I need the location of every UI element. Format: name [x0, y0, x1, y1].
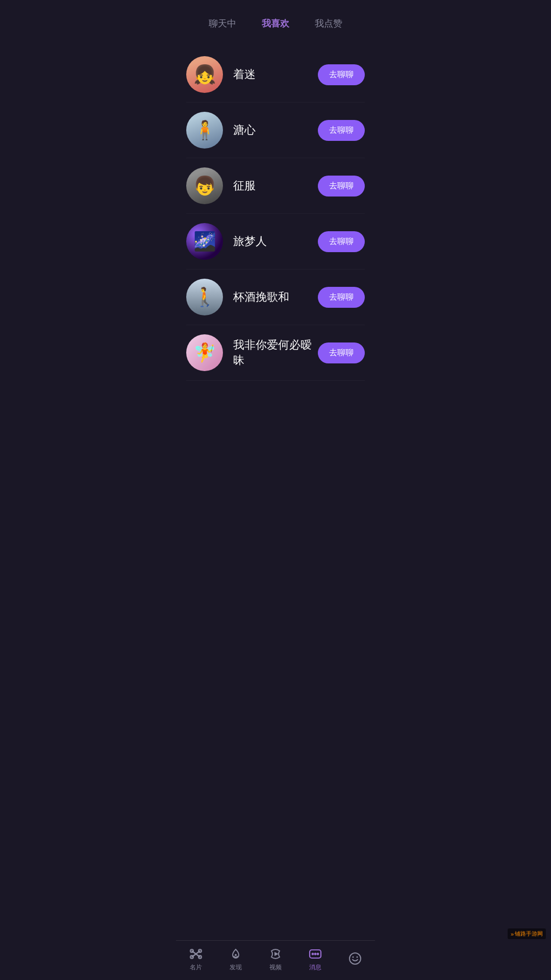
tab-liked[interactable]: 我喜欢 [262, 15, 289, 32]
svg-point-8 [312, 953, 314, 955]
svg-point-9 [314, 953, 316, 955]
avatar: 🧚 [186, 334, 223, 371]
chat-button[interactable]: 去聊聊 [318, 231, 365, 252]
tab-chatting[interactable]: 聊天中 [209, 15, 236, 32]
tabs-container: 聊天中 我喜欢 我点赞 [176, 0, 375, 42]
svg-point-13 [357, 956, 358, 958]
svg-point-10 [317, 953, 319, 955]
nav-label-discover: 发现 [230, 963, 242, 972]
nav-label-message: 消息 [309, 963, 321, 972]
list-item: 👧 着迷 去聊聊 [186, 47, 365, 103]
user-name: 我非你爱何必暧昧 [233, 337, 318, 368]
tab-praised[interactable]: 我点赞 [315, 15, 342, 32]
discover-icon [229, 947, 243, 961]
chat-button[interactable]: 去聊聊 [318, 120, 365, 141]
nav-label-namecard: 名片 [190, 963, 202, 972]
nav-item-namecard[interactable]: 名片 [181, 947, 211, 972]
svg-point-6 [235, 954, 237, 956]
bottom-nav: 名片 发现 视频 消息 [176, 940, 375, 980]
user-name: 杯酒挽歌和 [233, 289, 318, 305]
nav-item-message[interactable]: 消息 [300, 947, 331, 972]
avatar: 👧 [186, 56, 223, 93]
nav-item-smile[interactable] [340, 951, 370, 968]
list-item: 🧚 我非你爱何必暧昧 去聊聊 [186, 325, 365, 381]
chat-button[interactable]: 去聊聊 [318, 342, 365, 363]
namecard-icon [189, 947, 203, 961]
chat-button[interactable]: 去聊聊 [318, 287, 365, 308]
avatar: 🚶 [186, 279, 223, 315]
nav-item-discover[interactable]: 发现 [220, 947, 251, 972]
list-item: 🧍 溏心 去聊聊 [186, 103, 365, 158]
svg-point-12 [353, 956, 354, 958]
message-icon [308, 947, 322, 961]
avatar: 🌌 [186, 223, 223, 260]
user-name: 征服 [233, 178, 318, 193]
list-item: 🌌 旅梦人 去聊聊 [186, 214, 365, 270]
avatar: 👦 [186, 167, 223, 204]
list-item: 🚶 杯酒挽歌和 去聊聊 [186, 270, 365, 325]
user-list: 👧 着迷 去聊聊 🧍 溏心 去聊聊 👦 征服 去聊聊 🌌 旅梦人 去聊聊 🚶 杯… [176, 42, 375, 386]
user-name: 溏心 [233, 122, 318, 138]
smile-icon [348, 951, 362, 966]
nav-item-video[interactable]: 视频 [260, 947, 291, 972]
user-name: 旅梦人 [233, 234, 318, 249]
list-item: 👦 征服 去聊聊 [186, 158, 365, 214]
nav-label-video: 视频 [269, 963, 282, 972]
svg-point-11 [349, 953, 361, 964]
user-name: 着迷 [233, 67, 318, 82]
avatar: 🧍 [186, 112, 223, 149]
video-icon [268, 947, 283, 961]
chat-button[interactable]: 去聊聊 [318, 176, 365, 197]
chat-button[interactable]: 去聊聊 [318, 64, 365, 85]
